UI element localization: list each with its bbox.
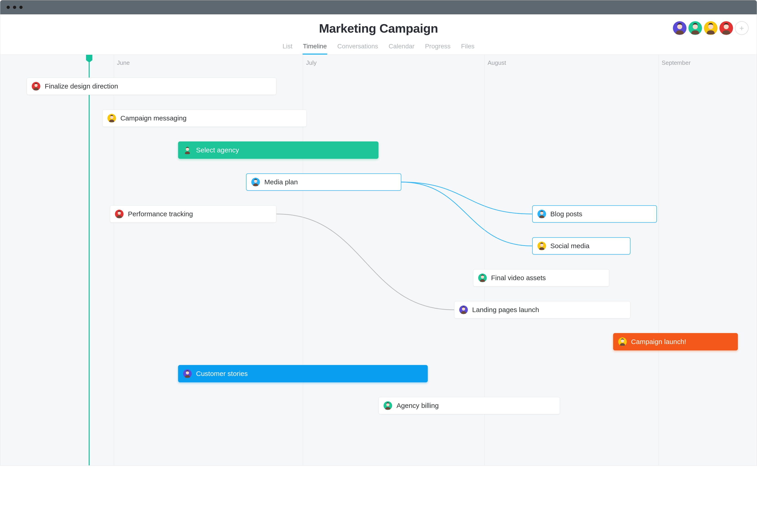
svg-point-15	[254, 179, 257, 183]
task-label: Performance tracking	[128, 210, 193, 218]
task-landing-pages[interactable]: Landing pages launch	[454, 301, 630, 319]
task-assignee-avatar	[182, 369, 193, 379]
svg-point-21	[540, 243, 543, 247]
task-agency-billing[interactable]: Agency billing	[378, 397, 560, 414]
tab-timeline[interactable]: Timeline	[303, 41, 327, 54]
page-title: Marketing Campaign	[0, 21, 757, 35]
task-label: Final video assets	[491, 274, 546, 282]
task-assignee-avatar	[383, 401, 393, 411]
member-avatar[interactable]	[673, 21, 686, 35]
task-assignee-avatar	[114, 209, 124, 219]
month-label: June	[117, 59, 130, 66]
view-tabs: ListTimelineConversationsCalendarProgres…	[0, 41, 757, 54]
task-select-agency[interactable]: Select agency	[178, 141, 378, 159]
task-label: Agency billing	[397, 402, 439, 410]
project-members: +	[673, 21, 748, 35]
task-assignee-avatar	[477, 273, 488, 283]
svg-point-7	[724, 24, 729, 29]
task-campaign-messaging[interactable]: Campaign messaging	[103, 110, 307, 127]
task-performance-tracking[interactable]: Performance tracking	[110, 205, 276, 223]
task-social-media[interactable]: Social media	[532, 237, 630, 255]
svg-point-3	[693, 24, 698, 29]
add-member-button[interactable]: +	[735, 21, 748, 35]
dependency-line	[401, 182, 532, 246]
tab-progress[interactable]: Progress	[425, 41, 451, 54]
task-label: Social media	[550, 242, 590, 250]
task-label: Customer stories	[196, 370, 248, 378]
svg-point-29	[186, 371, 189, 374]
task-assignee-avatar	[618, 337, 627, 347]
project-header: Marketing Campaign + ListTimelineConvers…	[0, 15, 757, 55]
tab-list[interactable]: List	[282, 41, 293, 54]
task-media-plan[interactable]: Media plan	[246, 173, 401, 191]
svg-point-13	[186, 148, 189, 151]
svg-point-9	[34, 84, 38, 87]
window-control-zoom[interactable]	[19, 6, 22, 9]
task-label: Landing pages launch	[472, 306, 539, 314]
today-marker	[89, 55, 90, 465]
timeline-view[interactable]: JuneJulyAugustSeptemberFinalize design d…	[0, 55, 757, 465]
task-label: Select agency	[196, 146, 239, 154]
task-finalize-design[interactable]: Finalize design direction	[27, 78, 276, 95]
task-assignee-avatar	[182, 145, 193, 155]
app-window: Marketing Campaign + ListTimelineConvers…	[0, 0, 757, 466]
tab-calendar[interactable]: Calendar	[388, 41, 415, 54]
task-assignee-avatar	[537, 241, 547, 251]
member-avatar[interactable]	[688, 21, 702, 35]
window-control-close[interactable]	[7, 6, 10, 9]
month-label: July	[306, 59, 317, 66]
svg-point-5	[708, 24, 713, 29]
month-gridline	[658, 55, 659, 465]
svg-point-11	[110, 116, 113, 119]
task-final-video[interactable]: Final video assets	[473, 269, 609, 287]
svg-point-23	[481, 275, 484, 279]
task-label: Finalize design direction	[45, 82, 118, 90]
task-assignee-avatar	[459, 305, 469, 315]
svg-point-31	[386, 403, 389, 406]
task-label: Media plan	[264, 178, 298, 186]
svg-point-1	[677, 24, 682, 29]
member-avatar[interactable]	[704, 21, 717, 35]
task-assignee-avatar	[251, 177, 260, 187]
window-control-minimize[interactable]	[13, 6, 16, 9]
tab-files[interactable]: Files	[461, 41, 475, 54]
task-assignee-avatar	[31, 81, 41, 91]
task-label: Campaign messaging	[120, 114, 187, 122]
member-avatar[interactable]	[719, 21, 733, 35]
svg-point-27	[621, 339, 624, 342]
task-label: Blog posts	[550, 210, 582, 218]
svg-point-17	[118, 211, 121, 215]
task-customer-stories[interactable]: Customer stories	[178, 365, 428, 382]
tab-conversations[interactable]: Conversations	[337, 41, 378, 54]
month-label: August	[488, 59, 506, 66]
svg-point-25	[462, 307, 465, 310]
task-label: Campaign launch!	[631, 338, 686, 346]
task-assignee-avatar	[537, 209, 547, 219]
task-assignee-avatar	[107, 113, 117, 123]
svg-point-19	[540, 211, 543, 215]
task-blog-posts[interactable]: Blog posts	[532, 205, 657, 223]
window-titlebar	[0, 0, 757, 15]
month-label: September	[662, 59, 691, 66]
task-campaign-launch[interactable]: Campaign launch!	[613, 333, 738, 350]
dependency-line	[401, 182, 532, 214]
